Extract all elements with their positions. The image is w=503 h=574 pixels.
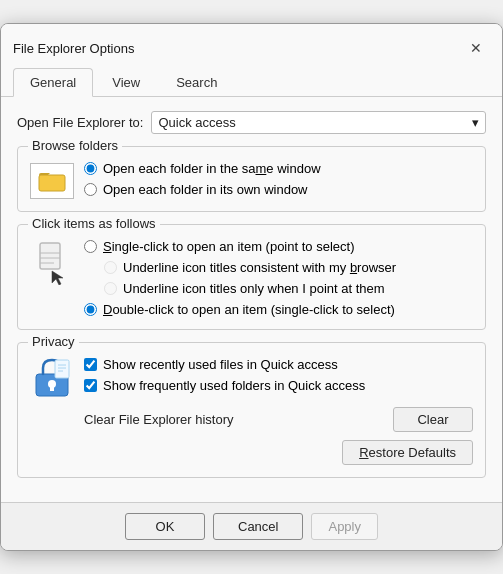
browse-folders-group: Browse folders Open each folder in the s… [17, 146, 486, 212]
cursor-icon [30, 241, 74, 285]
single-click-label: Single-click to open an item (point to s… [103, 239, 354, 254]
open-to-value: Quick access [158, 115, 235, 130]
open-to-dropdown[interactable]: Quick access ▾ [151, 111, 486, 134]
file-explorer-options-dialog: File Explorer Options ✕ General View Sea… [0, 23, 503, 551]
restore-defaults-button[interactable]: Restore Defaults [342, 440, 473, 465]
click-items-legend: Click items as follows [28, 216, 160, 231]
underline-point-radio[interactable] [104, 282, 117, 295]
browse-same-window-option[interactable]: Open each folder in the same window [84, 161, 321, 176]
underline-point-label: Underline icon titles only when I point … [123, 281, 385, 296]
chevron-down-icon: ▾ [472, 115, 479, 130]
privacy-checks: Show recently used files in Quick access… [84, 357, 473, 432]
privacy-inner: Show recently used files in Quick access… [30, 353, 473, 432]
browse-own-window-option[interactable]: Open each folder in its own window [84, 182, 321, 197]
browse-own-window-radio[interactable] [84, 183, 97, 196]
browse-same-window-label: Open each folder in the same window [103, 161, 321, 176]
folder-svg-icon [38, 170, 66, 192]
browse-same-window-radio[interactable] [84, 162, 97, 175]
show-frequent-folders-label: Show frequently used folders in Quick ac… [103, 378, 365, 393]
privacy-svg-icon [33, 358, 71, 400]
tab-search[interactable]: Search [159, 68, 234, 96]
browse-own-window-label: Open each folder in its own window [103, 182, 308, 197]
tab-view[interactable]: View [95, 68, 157, 96]
privacy-icon [30, 357, 74, 401]
bottom-bar: OK Cancel Apply [1, 502, 502, 550]
svg-rect-8 [55, 360, 69, 378]
underline-browser-option[interactable]: Underline icon titles consistent with my… [104, 260, 396, 275]
svg-rect-1 [40, 243, 60, 269]
show-recent-files-option[interactable]: Show recently used files in Quick access [84, 357, 473, 372]
browse-folders-inner: Open each folder in the same window Open… [30, 157, 473, 199]
single-click-radio[interactable] [84, 240, 97, 253]
tab-general[interactable]: General [13, 68, 93, 97]
show-recent-files-checkbox[interactable] [84, 358, 97, 371]
restore-row: Restore Defaults [30, 440, 473, 465]
content-area: Open File Explorer to: Quick access ▾ Br… [1, 97, 502, 502]
ok-button[interactable]: OK [125, 513, 205, 540]
browse-folders-legend: Browse folders [28, 138, 122, 153]
double-click-label: Double-click to open an item (single-cli… [103, 302, 395, 317]
double-click-radio[interactable] [84, 303, 97, 316]
clear-button[interactable]: Clear [393, 407, 473, 432]
show-frequent-folders-option[interactable]: Show frequently used folders in Quick ac… [84, 378, 473, 393]
browse-folders-options: Open each folder in the same window Open… [84, 161, 321, 197]
double-click-option[interactable]: Double-click to open an item (single-cli… [84, 302, 396, 317]
open-to-label: Open File Explorer to: [17, 115, 143, 130]
close-button[interactable]: ✕ [462, 34, 490, 62]
privacy-group: Privacy [17, 342, 486, 478]
clear-history-label: Clear File Explorer history [84, 412, 234, 427]
svg-rect-7 [50, 386, 54, 391]
click-items-inner: Single-click to open an item (point to s… [30, 235, 473, 317]
cancel-button[interactable]: Cancel [213, 513, 303, 540]
privacy-legend: Privacy [28, 334, 79, 349]
cursor-svg-icon [34, 241, 70, 285]
titlebar: File Explorer Options ✕ [1, 24, 502, 62]
underline-browser-label: Underline icon titles consistent with my… [123, 260, 396, 275]
apply-button[interactable]: Apply [311, 513, 378, 540]
show-recent-files-label: Show recently used files in Quick access [103, 357, 338, 372]
clear-history-row: Clear File Explorer history Clear [84, 407, 473, 432]
open-to-row: Open File Explorer to: Quick access ▾ [17, 111, 486, 134]
tabs-bar: General View Search [1, 62, 502, 97]
show-frequent-folders-checkbox[interactable] [84, 379, 97, 392]
folder-icon [30, 163, 74, 199]
window-title: File Explorer Options [13, 41, 134, 56]
underline-browser-radio[interactable] [104, 261, 117, 274]
click-items-group: Click items as follows Single-click to o… [17, 224, 486, 330]
click-options: Single-click to open an item (point to s… [84, 239, 396, 317]
single-click-option[interactable]: Single-click to open an item (point to s… [84, 239, 396, 254]
svg-rect-0 [39, 175, 65, 191]
underline-point-option[interactable]: Underline icon titles only when I point … [104, 281, 396, 296]
